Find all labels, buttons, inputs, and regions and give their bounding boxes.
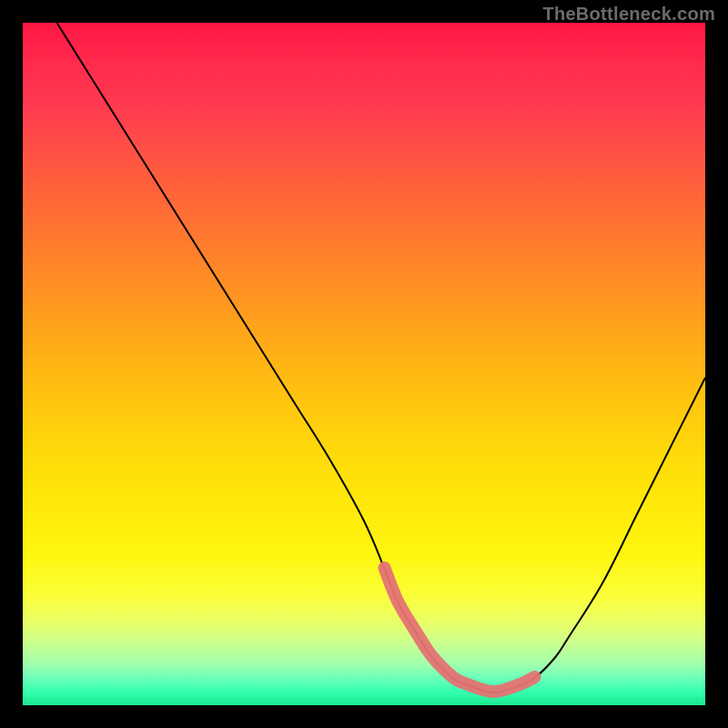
bottleneck-curve-line: [57, 23, 706, 693]
watermark-text: TheBottleneck.com: [542, 4, 715, 25]
bottleneck-curve-svg: [23, 23, 705, 705]
plot-area: [23, 23, 705, 705]
chart-frame: TheBottleneck.com: [0, 0, 728, 728]
optimal-region-highlight: [385, 568, 535, 692]
